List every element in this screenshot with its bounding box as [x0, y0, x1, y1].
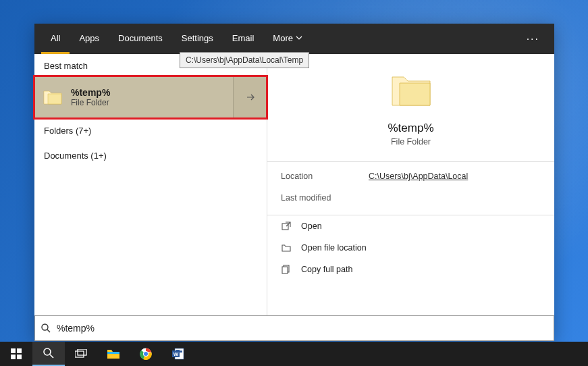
svg-rect-8 [11, 355, 16, 359]
taskview-icon [75, 349, 87, 359]
svg-rect-4 [282, 267, 288, 273]
folder-icon [34, 89, 71, 105]
svg-point-16 [144, 352, 148, 356]
tooltip-path: C:\Users\bj\AppData\Local\Temp [180, 52, 309, 68]
tab-apps[interactable]: Apps [70, 24, 109, 54]
taskbar-word[interactable]: W [162, 342, 194, 366]
file-explorer-icon [107, 348, 120, 359]
result-title: %temp% [71, 87, 233, 98]
search-icon [41, 323, 51, 334]
folder-icon-large [390, 73, 432, 111]
details-modified: Last modified [267, 184, 554, 215]
result-subtitle: File Folder [71, 98, 233, 107]
copy-icon [281, 265, 292, 274]
result-expand-button[interactable] [233, 76, 267, 118]
taskbar: W [0, 342, 588, 366]
svg-rect-11 [75, 351, 84, 357]
tab-documents[interactable]: Documents [109, 24, 172, 54]
start-button[interactable] [0, 342, 32, 366]
category-folders[interactable]: Folders (7+) [34, 118, 267, 143]
taskbar-chrome[interactable] [130, 342, 162, 366]
location-label: Location [281, 172, 369, 181]
svg-rect-9 [17, 355, 22, 359]
preview-header: %temp% File Folder [267, 54, 554, 161]
taskbar-explorer[interactable] [97, 342, 130, 366]
category-documents[interactable]: Documents (1+) [34, 143, 267, 168]
taskbar-taskview[interactable] [65, 342, 97, 366]
word-icon: W [172, 348, 184, 360]
svg-rect-6 [11, 348, 16, 353]
svg-rect-2 [282, 224, 288, 230]
svg-rect-7 [17, 348, 22, 353]
location-link[interactable]: C:\Users\bj\AppData\Local [369, 172, 468, 181]
search-box[interactable] [34, 315, 554, 341]
preview-panel: %temp% File Folder Location C:\Users\bj\… [267, 54, 554, 315]
preview-title: %temp% [387, 122, 433, 135]
action-copy-path-label: Copy full path [301, 265, 352, 274]
action-open-label: Open [301, 221, 322, 231]
tab-all[interactable]: All [41, 24, 70, 54]
preview-subtitle: File Folder [391, 137, 431, 147]
tab-settings[interactable]: Settings [172, 24, 223, 54]
arrow-right-icon [245, 92, 256, 103]
svg-text:W: W [173, 351, 179, 357]
tabs-bar: All Apps Documents Settings Email More ·… [34, 24, 554, 54]
action-open-location-label: Open file location [301, 243, 367, 253]
taskbar-search[interactable] [32, 342, 65, 366]
modified-label: Last modified [281, 193, 369, 203]
open-icon [281, 221, 292, 231]
results-list: Best match %temp% File Folder [34, 54, 267, 315]
windows-icon [11, 348, 22, 359]
search-panel: All Apps Documents Settings Email More ·… [34, 24, 554, 341]
folder-outline-icon [281, 243, 292, 253]
action-open[interactable]: Open [267, 215, 554, 237]
result-text: %temp% File Folder [71, 87, 233, 107]
more-options-button[interactable]: ··· [518, 24, 547, 54]
search-icon [43, 347, 55, 359]
result-item-temp[interactable]: %temp% File Folder [34, 76, 267, 118]
svg-point-5 [42, 324, 48, 330]
tab-more-label: More [273, 33, 293, 43]
tab-more[interactable]: More [263, 24, 312, 54]
search-input[interactable] [57, 323, 548, 334]
content-area: Best match %temp% File Folder [34, 54, 554, 315]
svg-rect-12 [78, 349, 86, 355]
action-copy-path[interactable]: Copy full path [267, 259, 554, 280]
svg-point-10 [44, 348, 51, 355]
details-location: Location C:\Users\bj\AppData\Local [267, 162, 554, 184]
chrome-icon [140, 348, 152, 360]
tab-email[interactable]: Email [223, 24, 264, 54]
svg-rect-18 [176, 350, 182, 350]
action-open-location[interactable]: Open file location [267, 237, 554, 259]
chevron-down-icon [296, 34, 302, 41]
svg-rect-13 [107, 352, 119, 354]
